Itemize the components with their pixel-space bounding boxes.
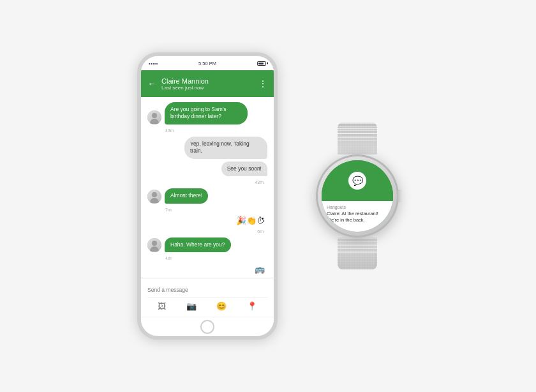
location-icon[interactable]: 📍 [247,301,257,311]
watch-band-bottom [338,237,377,269]
gallery-icon[interactable]: 🖼 [158,301,166,311]
input-actions-bar: 🖼 📷 😊 📍 [147,297,267,312]
watch-notification-panel: Hangouts Claire: At the restaurant! We'r… [322,201,393,232]
avatar [147,238,161,252]
message-input-area: 🖼 📷 😊 📍 [141,278,274,317]
back-button[interactable]: ← [147,79,156,89]
message-bubble-outgoing: Yep, leaving now. Taking train. [184,137,267,159]
watch-notification-text: Claire: At the restaurant! We're in the … [327,211,388,223]
message-row: Yep, leaving now. Taking train. [147,137,267,159]
message-row-emoji: 🚌 [147,264,265,274]
emoji-icon[interactable]: 😊 [216,301,227,311]
watch-crown [398,190,403,202]
phone-status-bar: ••••• 5:50 PM [141,56,274,70]
message-row: Are you going to Sam's birthday dinner l… [147,102,267,124]
car-emoji-message: 🚌 [255,264,265,274]
message-row-emoji: 🎉👏⏱ [147,216,265,225]
watch-screen-top: 💬 [322,160,393,201]
message-bubble-outgoing: See you soon! [221,162,267,176]
clock: 5:50 PM [198,61,216,66]
avatar [147,110,161,124]
timestamp: 4m [147,256,267,260]
scene: ••••• 5:50 PM ← Claire Mannion Last seen… [0,0,536,392]
timestamp: 43m [147,180,267,185]
more-options-icon[interactable]: ⋮ [258,79,267,89]
contact-status: Last seen just now [161,85,253,91]
message-row: Haha. Where are you? [147,237,267,252]
battery-icon [257,61,266,66]
timestamp: 6m [147,229,267,234]
watch-app-name: Hangouts [327,205,388,209]
avatar [147,190,161,204]
home-button[interactable] [200,320,214,334]
hangouts-icon-symbol: 💬 [352,176,363,186]
camera-icon[interactable]: 📷 [186,301,197,311]
hangouts-app-icon: 💬 [348,172,366,190]
emoji-message: 🎉👏⏱ [236,216,265,225]
phone: ••••• 5:50 PM ← Claire Mannion Last seen… [137,52,278,340]
message-bubble-incoming: Haha. Where are you? [165,237,231,252]
phone-bottom-bar [141,317,274,336]
message-row: See you soon! [147,162,267,176]
watch-case: 💬 Hangouts Claire: At the restaurant! We… [316,155,399,237]
contact-name: Claire Mannion [161,77,253,85]
status-icons [257,61,266,66]
timestamp: 43m [147,128,267,133]
message-input[interactable] [147,287,267,293]
watch-screen: 💬 Hangouts Claire: At the restaurant! We… [322,160,393,232]
messages-area: Are you going to Sam's birthday dinner l… [141,97,274,278]
chat-header: ← Claire Mannion Last seen just now ⋮ [141,70,274,97]
watch-band-top [338,123,377,155]
contact-info: Claire Mannion Last seen just now [161,77,253,91]
message-bubble-incoming: Almost there! [165,188,208,203]
smartwatch: 💬 Hangouts Claire: At the restaurant! We… [316,123,399,269]
signal-indicator: ••••• [149,61,158,66]
timestamp: 7m [147,207,267,212]
message-bubble-incoming: Are you going to Sam's birthday dinner l… [165,102,248,124]
message-row: Almost there! [147,188,267,203]
